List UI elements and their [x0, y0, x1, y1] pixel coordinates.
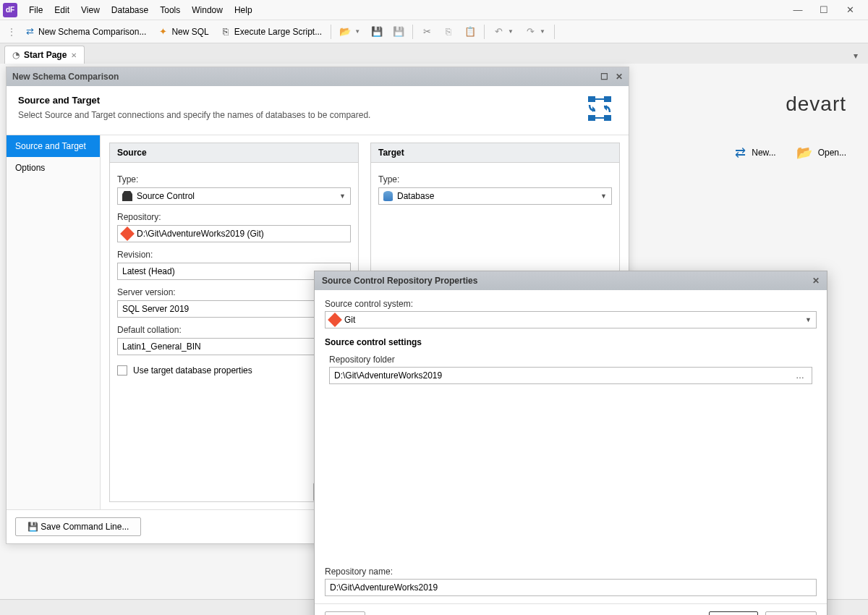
save-cmd-label: Save Command Line... [41, 522, 129, 532]
new-label: New... [752, 148, 775, 158]
dropdown-icon[interactable]: ▼ [508, 28, 514, 35]
menu-tools[interactable]: Tools [154, 2, 186, 18]
menu-bar: dF File Edit View Database Tools Window … [0, 0, 868, 20]
source-control-system-select[interactable]: Git ▼ [325, 311, 817, 328]
wizard-nav: Source and Target Options [7, 135, 101, 509]
execute-large-script-button[interactable]: ⎘ Execute Large Script... [216, 25, 326, 39]
schema-compare-illustration-icon [582, 95, 617, 126]
modal-close-icon[interactable]: ✕ [812, 276, 820, 286]
svg-rect-0 [588, 96, 595, 102]
target-type-label: Type: [378, 174, 612, 184]
target-panel-title: Target [371, 143, 619, 163]
target-type-select[interactable]: Database ▼ [378, 187, 612, 205]
undo-button[interactable]: ↶▼ [489, 25, 518, 39]
menu-help[interactable]: Help [229, 2, 258, 18]
dialog-titlebar: New Schema Comparison ☐ ✕ [7, 67, 629, 86]
toolbar-separator [554, 25, 555, 39]
modal-body: Source control system: Git ▼ Source cont… [315, 290, 827, 603]
menu-edit[interactable]: Edit [48, 2, 75, 18]
repository-label: Repository: [117, 212, 351, 222]
copy-icon: ⎘ [443, 27, 454, 37]
menu-view[interactable]: View [75, 2, 106, 18]
tab-start-page[interactable]: ◔ Start Page ✕ [4, 46, 85, 64]
save-icon: 💾 [372, 27, 382, 37]
script-icon: ⎘ [221, 27, 231, 37]
minimize-button[interactable]: — [791, 4, 804, 15]
dropdown-icon[interactable]: ▼ [354, 28, 360, 35]
dialog-title: New Schema Comparison [12, 72, 119, 82]
nav-source-and-target[interactable]: Source and Target [7, 135, 100, 157]
tab-close-icon[interactable]: ✕ [71, 51, 77, 59]
header-title: Source and Target [18, 95, 370, 106]
target-type-value: Database [397, 191, 434, 201]
copy-button[interactable]: ⎘ [439, 25, 458, 39]
dropdown-icon[interactable]: ▼ [540, 28, 545, 35]
dialog-maximize-icon[interactable]: ☐ [600, 72, 608, 82]
repo-name-input-row [325, 579, 817, 596]
menu-database[interactable]: Database [106, 2, 154, 18]
menu-window[interactable]: Window [186, 2, 229, 18]
settings-heading: Source control settings [325, 337, 817, 347]
repo-folder-input[interactable] [334, 370, 793, 381]
start-page-panel: devart ⇄ New... 📂 Open... [637, 64, 868, 190]
toolbar: ⋮ ⇄ New Schema Comparison... ✦ New SQL ⎘… [0, 20, 868, 43]
new-sql-button[interactable]: ✦ New SQL [153, 25, 213, 39]
window-controls: — ☐ ✕ [791, 4, 865, 15]
source-type-select[interactable]: Source Control ▼ [117, 187, 351, 205]
nav-options[interactable]: Options [7, 157, 100, 179]
ok-button[interactable]: OK [709, 611, 757, 615]
undo-icon: ↶ [493, 27, 503, 37]
repo-folder-label: Repository folder [329, 355, 817, 365]
server-version-value: SQL Server 2019 [122, 304, 189, 314]
scs-value: Git [344, 315, 355, 325]
maximize-button[interactable]: ☐ [817, 4, 830, 15]
chevron-down-icon[interactable]: ▼ [339, 192, 346, 200]
new-comparison-action[interactable]: ⇄ New... [735, 145, 775, 161]
git-icon [120, 226, 135, 241]
tab-overflow-button[interactable]: ▾ [848, 48, 864, 64]
collation-value: Latin1_General_BIN [122, 342, 201, 352]
open-action[interactable]: 📂 Open... [796, 145, 846, 161]
sql-icon: ✦ [158, 27, 168, 37]
save-button[interactable]: 💾 [367, 25, 386, 39]
revision-value: Latest (Head) [122, 266, 175, 276]
open-icon: 📂 [340, 27, 350, 37]
repo-name-input[interactable] [330, 582, 812, 593]
new-schema-label: New Schema Comparison... [38, 27, 146, 37]
cut-button[interactable]: ✂ [417, 25, 436, 39]
menu-file[interactable]: File [23, 2, 48, 18]
tab-icon: ◔ [12, 50, 20, 60]
chevron-down-icon[interactable]: ▼ [600, 192, 607, 200]
browse-button[interactable]: … [793, 370, 807, 381]
git-icon [328, 313, 342, 327]
test-button[interactable]: Test [325, 611, 365, 615]
database-icon [383, 191, 393, 201]
open-button[interactable]: 📂▼ [336, 25, 365, 39]
modal-title: Source Control Repository Properties [322, 276, 477, 286]
paste-button[interactable]: 📋 [461, 25, 480, 39]
toolbar-separator [331, 25, 331, 39]
cancel-button[interactable]: Cancel [765, 611, 817, 615]
toolbar-separator [412, 25, 413, 39]
new-sql-label: New SQL [171, 27, 208, 37]
save-all-button[interactable]: 💾 [389, 25, 408, 39]
close-button[interactable]: ✕ [843, 4, 856, 15]
source-panel-title: Source [110, 143, 358, 163]
chevron-down-icon[interactable]: ▼ [805, 316, 812, 323]
repo-folder-input-row: … [329, 367, 812, 384]
tab-strip: ◔ Start Page ✕ ▾ [0, 43, 868, 64]
dialog-close-icon[interactable]: ✕ [616, 72, 623, 82]
redo-button[interactable]: ↷▼ [521, 25, 550, 39]
save-command-line-button[interactable]: 💾 Save Command Line... [15, 517, 141, 536]
toolbar-separator [484, 25, 485, 39]
svg-rect-1 [604, 96, 611, 102]
svg-rect-3 [604, 115, 611, 121]
dialog-header: Source and Target Select Source and Targ… [7, 86, 629, 135]
new-schema-comparison-button[interactable]: ⇄ New Schema Comparison... [20, 25, 150, 39]
checkbox-box[interactable] [117, 365, 127, 376]
repository-properties-dialog: Source Control Repository Properties ✕ S… [314, 271, 827, 615]
app-icon: dF [3, 3, 17, 17]
open-label: Open... [818, 148, 846, 158]
schema-compare-icon: ⇄ [25, 27, 35, 37]
repository-select[interactable]: D:\Git\AdventureWorks2019 (Git) [117, 225, 351, 242]
